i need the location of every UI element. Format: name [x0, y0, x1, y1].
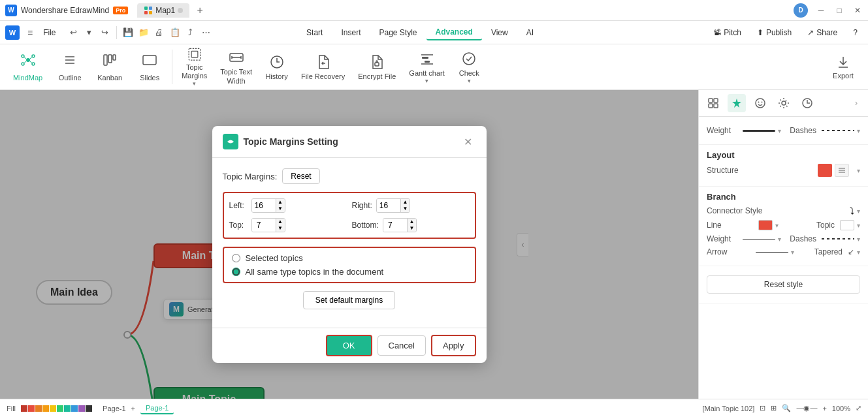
- left-spin-up[interactable]: ▲: [276, 199, 285, 206]
- palette-swatch-6[interactable]: [57, 405, 63, 412]
- panel-tab-history[interactable]: [798, 94, 816, 112]
- top-margin-input[interactable]: [252, 219, 276, 232]
- gantt-chart-item[interactable]: Gantt chart ▾: [402, 44, 451, 89]
- minimize-button[interactable]: ─: [816, 5, 826, 16]
- structure-solid-button[interactable]: [818, 164, 832, 177]
- publish-button[interactable]: ⬆ Publish: [752, 26, 797, 39]
- connector-dropdown-arrow[interactable]: ▾: [857, 208, 860, 215]
- panel-tab-layout[interactable]: [704, 94, 722, 112]
- weight2-arrow[interactable]: ▾: [778, 236, 781, 243]
- share-icon-btn[interactable]: ⤴: [184, 25, 198, 40]
- palette-swatch-5[interactable]: [50, 405, 56, 412]
- save-button[interactable]: 💾: [121, 25, 135, 40]
- panel-tab-gear[interactable]: [775, 94, 793, 112]
- page-tab-1[interactable]: Page-1: [140, 403, 174, 414]
- left-spin-down[interactable]: ▼: [276, 206, 285, 212]
- dashes-dropdown-arrow[interactable]: ▾: [857, 127, 860, 134]
- selected-topics-radio[interactable]: [232, 254, 240, 262]
- structure-dropdown-arrow[interactable]: ▾: [857, 167, 860, 174]
- canvas[interactable]: Main Idea Main Topic Main Topic Subtopic…: [0, 90, 698, 399]
- palette-swatch-2[interactable]: [28, 405, 35, 412]
- export-item[interactable]: Export: [824, 44, 863, 89]
- redo-button[interactable]: ↪: [98, 25, 112, 40]
- copy-button[interactable]: 📋: [168, 25, 182, 40]
- tab-ai[interactable]: AI: [517, 25, 543, 40]
- slides-button[interactable]: Slides: [130, 44, 169, 89]
- tab-start[interactable]: Start: [297, 25, 332, 40]
- topic-margins-item[interactable]: TopicMargins ▾: [175, 44, 214, 89]
- topic-color-swatch[interactable]: [840, 220, 854, 230]
- dashes2-arrow[interactable]: ▾: [857, 236, 860, 243]
- weight-dropdown-arrow[interactable]: ▾: [778, 127, 781, 134]
- palette-swatch-8[interactable]: [71, 405, 78, 412]
- palette-swatch-4[interactable]: [42, 405, 49, 412]
- print-button[interactable]: 🖨: [152, 25, 167, 40]
- more-icon-btn[interactable]: ⋯: [199, 25, 214, 40]
- active-tab[interactable]: Map1: [137, 3, 189, 18]
- user-avatar[interactable]: D: [794, 3, 808, 18]
- panel-tab-face[interactable]: [751, 94, 769, 112]
- modal-close-button[interactable]: ✕: [460, 134, 476, 149]
- bottom-spin-up[interactable]: ▲: [407, 219, 416, 225]
- add-page-button[interactable]: +: [131, 405, 135, 412]
- left-margin-input[interactable]: [252, 199, 276, 212]
- tab-page-style[interactable]: Page Style: [370, 25, 426, 40]
- palette-swatch-10[interactable]: [86, 405, 92, 412]
- all-same-type-radio[interactable]: [232, 268, 240, 276]
- maximize-button[interactable]: □: [834, 5, 844, 16]
- line-color-arrow[interactable]: ▾: [775, 222, 779, 229]
- cancel-button[interactable]: Cancel: [378, 335, 426, 356]
- tab-advanced[interactable]: Advanced: [426, 25, 482, 40]
- menu-collapse-icon[interactable]: ≡: [25, 26, 35, 39]
- tab-view[interactable]: View: [482, 25, 517, 40]
- mindmap-button[interactable]: MindMap: [5, 44, 50, 89]
- right-spin-up[interactable]: ▲: [400, 199, 410, 206]
- pitch-button[interactable]: 📽 Pitch: [708, 26, 747, 39]
- line-color-swatch[interactable]: [758, 220, 773, 230]
- encrypt-file-item[interactable]: Encrypt File: [351, 44, 402, 89]
- top-spin-up[interactable]: ▲: [276, 219, 285, 225]
- undo-button[interactable]: ↩: [67, 25, 81, 40]
- folder-button[interactable]: 📁: [137, 25, 151, 40]
- reset-margins-button[interactable]: Reset: [282, 168, 319, 184]
- zoom-out-icon[interactable]: 🔍: [782, 404, 791, 412]
- palette-swatch-7[interactable]: [64, 405, 71, 412]
- reset-style-button[interactable]: Reset style: [707, 275, 860, 294]
- selected-topics-option[interactable]: Selected topics: [232, 253, 467, 263]
- palette-swatch-1[interactable]: [21, 405, 27, 412]
- undo-dropdown[interactable]: ▾: [82, 25, 97, 40]
- set-default-button[interactable]: Set default margins: [303, 291, 395, 309]
- apply-button[interactable]: Apply: [431, 335, 476, 356]
- outline-button[interactable]: Outline: [50, 44, 89, 89]
- zoom-in-icon[interactable]: +: [822, 405, 826, 412]
- close-button[interactable]: ✕: [852, 5, 863, 16]
- palette-swatch-3[interactable]: [35, 405, 42, 412]
- all-same-type-option[interactable]: All same type topics in the document: [232, 267, 467, 277]
- right-margin-input[interactable]: [377, 199, 400, 212]
- zoom-fit-icon[interactable]: ⊞: [771, 404, 777, 412]
- tab-insert[interactable]: Insert: [332, 25, 370, 40]
- kanban-button[interactable]: Kanban: [89, 44, 130, 89]
- menu-item-file[interactable]: File: [38, 25, 61, 40]
- topic-color-arrow[interactable]: ▾: [857, 222, 860, 229]
- share-button[interactable]: ↗ Share: [802, 26, 843, 39]
- fit-icon[interactable]: ⊡: [760, 404, 765, 412]
- topic-text-width-item[interactable]: Topic TextWidth: [214, 44, 259, 89]
- panel-collapse-button[interactable]: ›: [850, 97, 863, 110]
- panel-tab-magic[interactable]: [728, 94, 746, 112]
- check-item[interactable]: Check ▾: [451, 44, 487, 89]
- top-spin-down[interactable]: ▼: [276, 225, 285, 232]
- bottom-margin-input[interactable]: [383, 219, 407, 232]
- arrow-arrow[interactable]: ▾: [791, 249, 794, 256]
- new-tab-button[interactable]: +: [193, 4, 206, 17]
- palette-swatch-9[interactable]: [78, 405, 85, 412]
- history-item[interactable]: History: [259, 44, 295, 89]
- help-button[interactable]: ?: [848, 26, 863, 39]
- bottom-spin-down[interactable]: ▼: [407, 225, 416, 232]
- zoom-slider[interactable]: —◉—: [796, 404, 817, 412]
- right-spin-down[interactable]: ▼: [400, 206, 410, 212]
- tapered-arrow[interactable]: ▾: [857, 249, 860, 256]
- file-recovery-item[interactable]: File Recovery: [295, 44, 351, 89]
- fullscreen-icon[interactable]: ⤢: [856, 404, 861, 412]
- ok-button[interactable]: OK: [326, 335, 372, 356]
